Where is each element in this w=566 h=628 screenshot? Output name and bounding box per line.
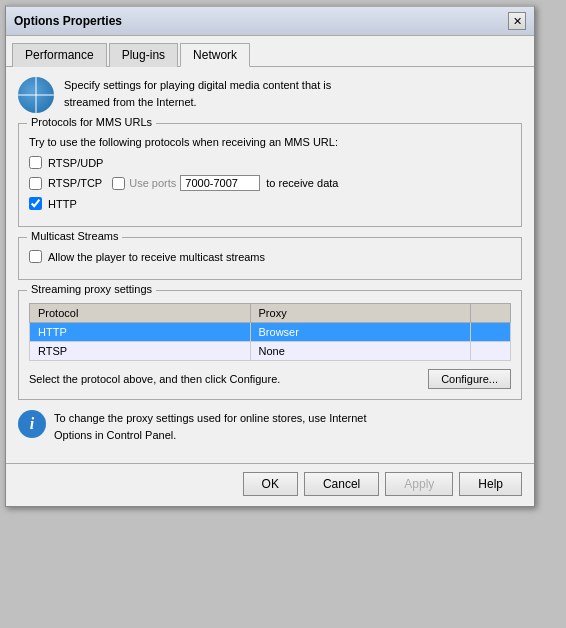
ports-after-label: to receive data (266, 177, 338, 189)
multicast-group-content: Allow the player to receive multicast st… (29, 250, 511, 263)
proxy-row-value: Browser (250, 323, 470, 342)
info-section: i To change the proxy settings used for … (18, 410, 522, 443)
proxy-row-value: None (250, 342, 470, 361)
multicast-group: Multicast Streams Allow the player to re… (18, 237, 522, 280)
ok-button[interactable]: OK (243, 472, 298, 496)
options-properties-window: Options Properties ✕ Performance Plug-in… (5, 5, 535, 507)
use-ports-checkbox[interactable] (112, 177, 125, 190)
multicast-checkbox[interactable] (29, 250, 42, 263)
bottom-buttons: OK Cancel Apply Help (6, 463, 534, 506)
tab-plugins[interactable]: Plug-ins (109, 43, 178, 67)
configure-text: Select the protocol above, and then clic… (29, 373, 280, 385)
globe-icon (18, 77, 54, 113)
info-text: To change the proxy settings used for on… (54, 410, 366, 443)
rtsp-tcp-checkbox[interactable] (29, 177, 42, 190)
proxy-col-protocol: Protocol (30, 304, 251, 323)
proxy-table: Protocol Proxy HTTP Browser RTSP (29, 303, 511, 361)
tab-network[interactable]: Network (180, 43, 250, 67)
title-bar: Options Properties ✕ (6, 7, 534, 36)
info-icon: i (18, 410, 46, 438)
proxy-row-protocol: RTSP (30, 342, 251, 361)
http-row: HTTP (29, 197, 511, 210)
proxy-col-extra (471, 304, 511, 323)
tab-bar: Performance Plug-ins Network (6, 36, 534, 67)
help-button[interactable]: Help (459, 472, 522, 496)
multicast-checkbox-row: Allow the player to receive multicast st… (29, 250, 511, 263)
proxy-group: Streaming proxy settings Protocol Proxy … (18, 290, 522, 400)
header-section: Specify settings for playing digital med… (18, 77, 522, 113)
protocols-group-label: Protocols for MMS URLs (27, 116, 156, 128)
window-title: Options Properties (14, 14, 122, 28)
proxy-col-proxy: Proxy (250, 304, 470, 323)
proxy-row-protocol: HTTP (30, 323, 251, 342)
configure-button[interactable]: Configure... (428, 369, 511, 389)
rtsp-udp-row: RTSP/UDP (29, 156, 511, 169)
proxy-group-label: Streaming proxy settings (27, 283, 156, 295)
table-row[interactable]: RTSP None (30, 342, 511, 361)
protocols-group: Protocols for MMS URLs Try to use the fo… (18, 123, 522, 227)
close-button[interactable]: ✕ (508, 12, 526, 30)
table-row[interactable]: HTTP Browser (30, 323, 511, 342)
http-label: HTTP (48, 198, 77, 210)
proxy-group-content: Protocol Proxy HTTP Browser RTSP (29, 303, 511, 389)
rtsp-udp-label: RTSP/UDP (48, 157, 103, 169)
protocols-description: Try to use the following protocols when … (29, 136, 511, 148)
multicast-group-label: Multicast Streams (27, 230, 122, 242)
content-area: Specify settings for playing digital med… (6, 67, 534, 463)
cancel-button[interactable]: Cancel (304, 472, 379, 496)
ports-input[interactable] (180, 175, 260, 191)
http-checkbox[interactable] (29, 197, 42, 210)
tab-performance[interactable]: Performance (12, 43, 107, 67)
configure-row: Select the protocol above, and then clic… (29, 369, 511, 389)
header-description: Specify settings for playing digital med… (64, 77, 331, 110)
multicast-label: Allow the player to receive multicast st… (48, 251, 265, 263)
protocols-group-content: Try to use the following protocols when … (29, 136, 511, 210)
apply-button[interactable]: Apply (385, 472, 453, 496)
rtsp-udp-checkbox[interactable] (29, 156, 42, 169)
use-ports-label: Use ports (129, 177, 176, 189)
rtsp-tcp-label: RTSP/TCP (48, 177, 102, 189)
rtsp-tcp-row: RTSP/TCP Use ports to receive data (29, 175, 511, 191)
